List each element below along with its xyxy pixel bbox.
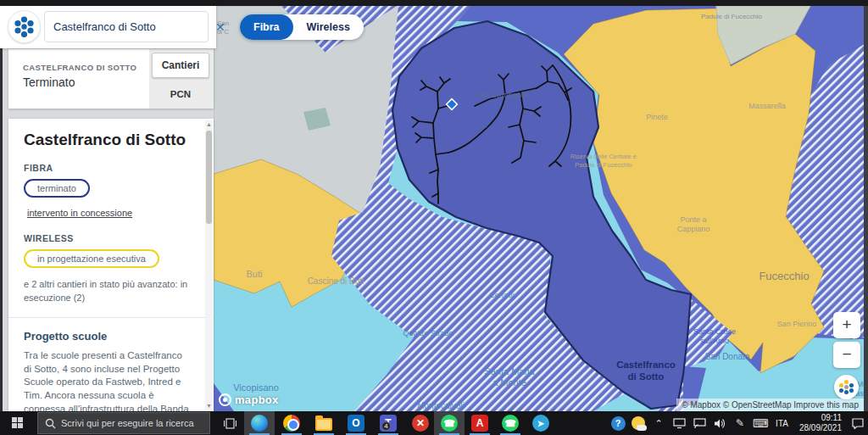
red-app-icon: ✕	[412, 415, 429, 432]
scroll-up-icon[interactable]: ▲	[205, 121, 213, 127]
clock[interactable]: 09:11 28/09/2021	[793, 413, 848, 433]
map-label: sull'Arno	[700, 337, 729, 345]
map-label: Riserva delle Cerbaie e	[570, 153, 637, 160]
toggle-wireless[interactable]: Wireless	[293, 14, 364, 40]
taskbar-search-placeholder: Scrivi qui per eseguire la ricerca	[61, 418, 194, 428]
scroll-down-icon[interactable]: ▼	[205, 403, 213, 409]
map-label: di Sotto	[628, 371, 665, 382]
layer-toggle: Fibra Wireless	[240, 14, 364, 40]
date: 28/09/2021	[799, 423, 842, 433]
taskbar-app-telegram[interactable]: ➤	[526, 411, 556, 435]
volume-tray-button[interactable]	[709, 411, 730, 435]
tray-overflow-button[interactable]: ⌃	[648, 411, 669, 435]
scroll-thumb[interactable]	[206, 131, 212, 224]
search-icon	[45, 418, 56, 429]
map-label: Massarella	[748, 102, 786, 110]
window-left-edge	[0, 48, 3, 411]
windows-logo-icon	[12, 417, 24, 429]
taskbar-app-teams[interactable]: T 4	[373, 411, 403, 435]
municipality-detail-panel: Castelfranco di Sotto FIBRA terminato in…	[8, 119, 214, 411]
map-label: Santa Croce	[693, 327, 736, 336]
keyboard-tray-button[interactable]: ⌨	[750, 411, 771, 435]
map-label: Quattro Strade	[403, 329, 453, 337]
divider	[8, 317, 214, 318]
notification-icon	[852, 418, 865, 429]
mapbox-logo-text: mapbox	[235, 393, 279, 406]
chevron-up-icon: ⌃	[655, 418, 663, 429]
start-button[interactable]	[0, 411, 36, 435]
taskbar-app-whatsapp[interactable]: ☎	[434, 411, 465, 435]
map-label: Pinete	[646, 113, 668, 121]
window-right-edge	[864, 6, 868, 411]
taskbar-app-edge[interactable]	[244, 411, 275, 435]
result-actions: Cantieri PCN	[149, 49, 214, 109]
windows-taskbar: Scrivi qui per eseguire la ricerca O T 4	[0, 411, 868, 435]
map-attribution[interactable]: © Mapbox © OpenStreetMap Improve this ma…	[676, 399, 864, 411]
chrome-icon	[283, 415, 300, 432]
acrobat-icon: A	[471, 415, 488, 432]
whatsapp-icon: ☎	[502, 415, 519, 432]
map-label: Cascine di Buti	[308, 276, 364, 286]
task-view-icon	[224, 418, 236, 429]
schools-text: Tra le scuole presenti a Castelfranco di…	[24, 349, 192, 411]
bul-header-logo[interactable]	[8, 10, 41, 43]
cast-tray-button[interactable]	[689, 411, 709, 435]
map-label: Castelfranco	[616, 360, 676, 370]
mapbox-icon	[219, 393, 231, 406]
search-panel: ✕	[0, 6, 216, 48]
help-tray-button[interactable]: ?	[608, 411, 628, 435]
telegram-icon: ➤	[532, 415, 549, 432]
taskbar-app-outlook[interactable]: O	[341, 411, 371, 435]
language-indicator[interactable]: ITA	[771, 419, 793, 428]
map-label: San Donato	[705, 352, 750, 361]
wireless-status-badge: in progettazione esecutiva	[24, 249, 159, 268]
zoom-out-button[interactable]: −	[833, 342, 860, 368]
weather-tray-button[interactable]	[628, 411, 648, 435]
map-label: Buti	[247, 269, 263, 279]
keyboard-icon: ⌨	[753, 417, 769, 430]
taskbar-app-whatsapp-2[interactable]: ☎	[495, 411, 526, 435]
sidebar-scrollbar[interactable]: ▲ ▼	[205, 120, 213, 410]
cantieri-button[interactable]: Cantieri	[152, 53, 209, 78]
cast-icon	[693, 418, 706, 429]
pen-icon: ✎	[736, 417, 744, 429]
display-tray-button[interactable]	[669, 411, 689, 435]
action-center-button[interactable]	[848, 411, 868, 435]
ink-tray-button[interactable]: ✎	[730, 411, 750, 435]
concession-link[interactable]: intervento in concessione	[27, 208, 192, 218]
map-label: Padule di Fucecchio	[575, 161, 632, 169]
fibra-status-badge: terminato	[24, 179, 90, 198]
search-result-card[interactable]: CASTELFRANCO DI SOTTO Terminato Cantieri…	[8, 49, 214, 109]
edge-icon	[251, 415, 268, 432]
taskbar-app-acrobat[interactable]: A	[465, 411, 495, 435]
outlook-icon: O	[348, 415, 364, 432]
display-icon	[673, 418, 686, 429]
map-canvas[interactable]: Sandi CPadule di FucecchioMassarellaPine…	[214, 6, 865, 411]
map-label: San Pierino	[777, 320, 817, 328]
map-label: a Monte	[492, 377, 526, 388]
bul-dots-icon	[839, 380, 854, 394]
map-label: Villa Campanile	[474, 90, 530, 99]
zoom-in-button[interactable]: +	[833, 312, 860, 338]
pcn-button[interactable]: PCN	[152, 83, 209, 105]
task-view-button[interactable]	[217, 411, 242, 435]
toggle-fibra[interactable]: Fibra	[240, 14, 293, 40]
result-status: Terminato	[23, 75, 75, 89]
whatsapp-icon: ☎	[441, 415, 458, 432]
taskbar-search[interactable]: Scrivi qui per eseguire la ricerca	[37, 412, 210, 434]
taskbar-app-chrome[interactable]	[276, 411, 307, 435]
taskbar-app-red[interactable]: ✕	[405, 411, 436, 435]
bul-logo-button[interactable]	[834, 375, 859, 399]
window-top-edge	[0, 0, 868, 6]
map-label: Cerretti	[489, 291, 515, 299]
mapbox-logo[interactable]: mapbox	[219, 393, 279, 406]
clear-search-icon[interactable]: ✕	[208, 20, 233, 34]
wireless-note: e 2 altri cantieri in stato più avanzato…	[24, 278, 192, 305]
page-title: Castelfranco di Sotto	[24, 131, 192, 149]
result-municipality: CASTELFRANCO DI SOTTO	[23, 63, 136, 72]
taskbar-app-file-explorer[interactable]	[309, 411, 339, 435]
search-input[interactable]	[45, 20, 208, 33]
map-label: Fucecchio	[759, 270, 809, 282]
schools-section-title: Progetto scuole	[24, 330, 192, 343]
wireless-section-label: WIRELESS	[24, 233, 192, 243]
